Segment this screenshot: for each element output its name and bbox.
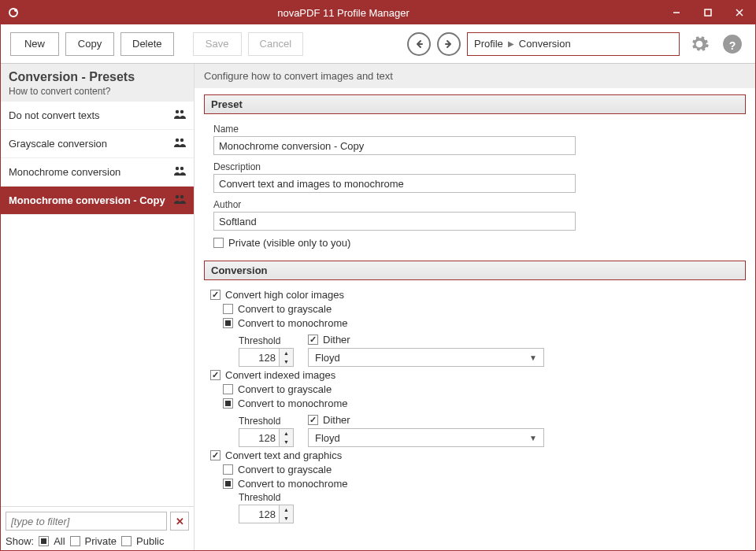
main-description: Configure how to convert images and text bbox=[195, 64, 755, 88]
spin-down-button[interactable]: ▼ bbox=[280, 514, 293, 523]
spin-down-button[interactable]: ▼ bbox=[280, 357, 293, 366]
group-icon bbox=[173, 137, 186, 150]
name-input[interactable] bbox=[213, 136, 576, 155]
settings-button[interactable] bbox=[686, 31, 713, 57]
spin-up-button[interactable]: ▲ bbox=[280, 349, 293, 357]
preset-item[interactable]: Grayscale conversion bbox=[1, 130, 194, 158]
svg-point-12 bbox=[176, 167, 179, 170]
description-input[interactable] bbox=[213, 174, 576, 193]
sidebar-subtitle: How to convert content? bbox=[9, 86, 186, 97]
delete-button[interactable]: Delete bbox=[120, 32, 174, 56]
preset-item[interactable]: Monochrome conversion bbox=[1, 158, 194, 187]
grayscale-checkbox[interactable] bbox=[223, 304, 233, 314]
svg-point-15 bbox=[180, 195, 183, 198]
dither-checkbox[interactable] bbox=[308, 415, 318, 425]
svg-point-11 bbox=[180, 139, 183, 142]
svg-text:?: ? bbox=[729, 39, 736, 51]
new-button[interactable]: New bbox=[10, 32, 59, 56]
sidebar-footer: ✕ Show: All Private Public bbox=[1, 506, 194, 551]
private-checkbox[interactable] bbox=[213, 238, 224, 248]
group-icon bbox=[173, 194, 186, 207]
sidebar-title: Conversion - Presets bbox=[9, 70, 186, 84]
clear-filter-button[interactable]: ✕ bbox=[170, 512, 189, 531]
threshold-input[interactable]: ▲▼ bbox=[239, 428, 294, 447]
show-all-checkbox[interactable] bbox=[39, 536, 49, 546]
maximize-button[interactable] bbox=[692, 1, 724, 24]
save-button: Save bbox=[193, 32, 242, 56]
author-input[interactable] bbox=[213, 212, 576, 231]
chevron-down-icon: ▼ bbox=[529, 353, 537, 362]
convert-group-checkbox[interactable] bbox=[210, 290, 220, 300]
nav-forward-button[interactable] bbox=[437, 32, 461, 56]
convert-group-checkbox[interactable] bbox=[210, 450, 220, 460]
preset-item[interactable]: Do not convert texts bbox=[1, 102, 194, 130]
sidebar: Conversion - Presets How to convert cont… bbox=[1, 64, 195, 551]
private-label: Private (visible only to you) bbox=[228, 237, 350, 249]
description-label: Description bbox=[213, 161, 736, 172]
chevron-down-icon: ▼ bbox=[529, 434, 537, 442]
convert-group-title: Convert text and graphics bbox=[225, 449, 342, 461]
show-public-checkbox[interactable] bbox=[121, 536, 132, 546]
spin-up-button[interactable]: ▲ bbox=[280, 505, 293, 514]
monochrome-checkbox[interactable] bbox=[223, 479, 233, 489]
threshold-input[interactable]: ▲▼ bbox=[239, 348, 294, 367]
name-label: Name bbox=[213, 124, 736, 135]
minimize-button[interactable] bbox=[661, 1, 692, 24]
grayscale-checkbox[interactable] bbox=[223, 384, 233, 394]
monochrome-checkbox[interactable] bbox=[223, 318, 233, 328]
filter-input[interactable] bbox=[6, 512, 167, 531]
toolbar: New Copy Delete Save Cancel Profile ▶ Co… bbox=[1, 24, 755, 64]
preset-section-header: Preset bbox=[204, 94, 746, 114]
breadcrumb-current[interactable]: Conversion bbox=[519, 38, 571, 50]
svg-point-8 bbox=[176, 110, 179, 113]
grayscale-checkbox[interactable] bbox=[223, 464, 233, 475]
svg-point-1 bbox=[14, 9, 17, 12]
close-button[interactable] bbox=[724, 1, 755, 24]
nav-back-button[interactable] bbox=[407, 32, 431, 56]
preset-item-selected[interactable]: Monochrome conversion - Copy bbox=[1, 187, 194, 215]
window-title: novaPDF 11 Profile Manager bbox=[26, 7, 661, 19]
help-button[interactable]: ? bbox=[719, 31, 746, 57]
convert-group-title: Convert indexed images bbox=[225, 369, 335, 381]
spin-up-button[interactable]: ▲ bbox=[280, 429, 293, 438]
main-panel: Configure how to convert images and text… bbox=[195, 64, 755, 551]
group-icon bbox=[173, 109, 186, 122]
threshold-input[interactable]: ▲▼ bbox=[239, 505, 294, 523]
copy-button[interactable]: Copy bbox=[65, 32, 114, 56]
svg-point-9 bbox=[180, 110, 183, 113]
preset-list: Do not convert texts Grayscale conversio… bbox=[1, 102, 194, 506]
monochrome-checkbox[interactable] bbox=[223, 398, 233, 409]
group-icon bbox=[173, 165, 186, 179]
threshold-label: Threshold bbox=[239, 416, 294, 427]
spin-down-button[interactable]: ▼ bbox=[280, 438, 293, 446]
chevron-right-icon: ▶ bbox=[508, 39, 514, 48]
app-logo-icon bbox=[7, 6, 20, 19]
convert-group-checkbox[interactable] bbox=[210, 370, 220, 380]
convert-group-title: Convert high color images bbox=[225, 289, 344, 301]
sidebar-header: Conversion - Presets How to convert cont… bbox=[1, 64, 194, 102]
svg-rect-3 bbox=[705, 9, 711, 16]
dither-select[interactable]: Floyd▼ bbox=[308, 428, 544, 447]
threshold-label: Threshold bbox=[239, 492, 294, 503]
conversion-section-header: Conversion bbox=[204, 261, 746, 280]
dither-checkbox[interactable] bbox=[308, 335, 318, 345]
dither-select[interactable]: Floyd▼ bbox=[308, 348, 544, 367]
svg-point-13 bbox=[180, 167, 183, 170]
titlebar: novaPDF 11 Profile Manager bbox=[1, 1, 755, 24]
breadcrumb[interactable]: Profile ▶ Conversion bbox=[467, 32, 680, 56]
show-label: Show: bbox=[6, 535, 34, 547]
breadcrumb-root[interactable]: Profile bbox=[474, 38, 503, 50]
svg-point-10 bbox=[176, 139, 179, 142]
show-private-checkbox[interactable] bbox=[70, 536, 80, 546]
svg-point-14 bbox=[176, 195, 179, 198]
author-label: Author bbox=[213, 199, 736, 210]
cancel-button: Cancel bbox=[248, 32, 303, 56]
threshold-label: Threshold bbox=[239, 335, 294, 346]
